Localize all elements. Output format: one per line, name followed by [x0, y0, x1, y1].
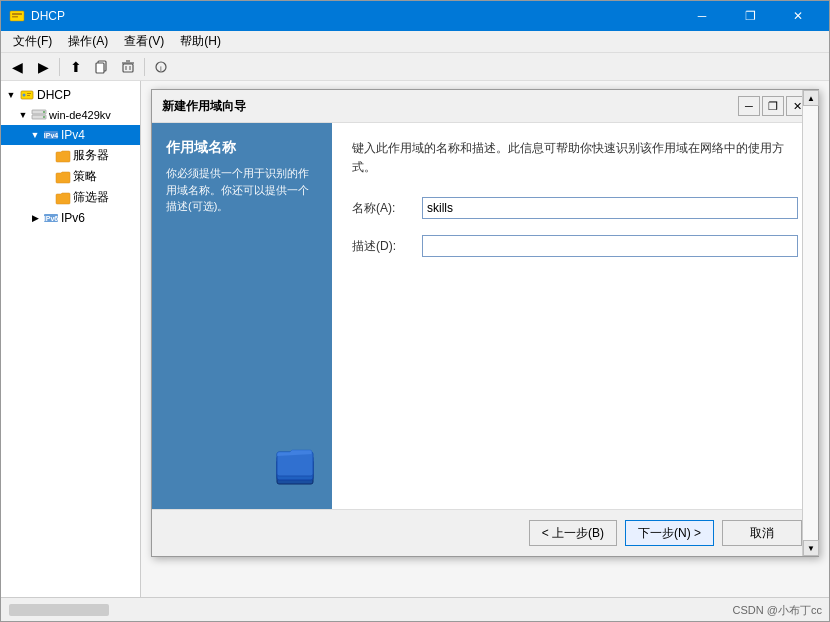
- status-bar: CSDN @小布丁cc: [1, 597, 829, 621]
- expand-ipv4-icon: ▼: [29, 129, 41, 141]
- svg-text:IPv6: IPv6: [44, 215, 59, 222]
- wizard-dialog: 新建作用域向导 ─ ❐ ✕ 作用域名称 你必须提供一个用于识别的作用域名称。你还…: [151, 89, 819, 557]
- copy-button[interactable]: [90, 56, 114, 78]
- wizard-section-title: 作用域名称: [166, 139, 318, 157]
- menu-action[interactable]: 操作(A): [60, 31, 116, 52]
- wizard-minimize-btn[interactable]: ─: [738, 96, 760, 116]
- server-node-icon: [31, 107, 47, 123]
- tree-item-ipv6[interactable]: ▶ IPv6 IPv6: [1, 208, 140, 228]
- status-right: CSDN @小布丁cc: [733, 603, 822, 618]
- wizard-title-bar: 新建作用域向导 ─ ❐ ✕: [152, 90, 818, 123]
- ipv6-label: IPv6: [61, 211, 85, 225]
- wizard-content: 键入此作用域的名称和描述。此信息可帮助你快速识别该作用域在网络中的使用方式。 名…: [332, 123, 818, 509]
- svg-rect-15: [27, 95, 30, 96]
- desc-input[interactable]: [422, 235, 798, 257]
- tree-panel: ▼ DHCP ▼: [1, 81, 141, 597]
- wizard-section-desc: 你必须提供一个用于识别的作用域名称。你还可以提供一个描述(可选)。: [166, 165, 318, 215]
- window-title: DHCP: [31, 9, 679, 23]
- expand-server-icon: ▼: [17, 109, 29, 121]
- expand-filter-icon: ▶: [41, 192, 53, 204]
- cancel-button[interactable]: 取消: [722, 520, 802, 546]
- svg-point-18: [43, 111, 45, 113]
- svg-rect-14: [27, 93, 31, 94]
- tree-item-dhcp[interactable]: ▼ DHCP: [1, 85, 140, 105]
- svg-point-13: [23, 94, 26, 97]
- dhcp-node-icon: [19, 87, 35, 103]
- tree-item-servers[interactable]: ▶ 服务器: [1, 145, 140, 166]
- app-icon: [9, 8, 25, 24]
- up-button[interactable]: ⬆: [64, 56, 88, 78]
- expand-ipv6-icon: ▶: [29, 212, 41, 224]
- svg-rect-4: [96, 63, 104, 73]
- title-bar: DHCP ─ ❐ ✕: [1, 1, 829, 31]
- next-button[interactable]: 下一步(N) >: [625, 520, 714, 546]
- back-button[interactable]: < 上一步(B): [529, 520, 617, 546]
- wizard-title-controls: ─ ❐ ✕: [738, 96, 808, 116]
- forward-button[interactable]: ▶: [31, 56, 55, 78]
- servers-label: 服务器: [73, 147, 109, 164]
- main-area: ▼ DHCP ▼: [1, 81, 829, 597]
- right-panel: 新建作用域向导 ─ ❐ ✕ 作用域名称 你必须提供一个用于识别的作用域名称。你还…: [141, 81, 829, 597]
- window-controls: ─ ❐ ✕: [679, 1, 821, 31]
- status-scroll[interactable]: [9, 604, 109, 616]
- wizard-scrollbar: ▲ ▼: [802, 123, 818, 509]
- ipv6-node-icon: IPv6: [43, 210, 59, 226]
- server-label: win-de429kv: [49, 109, 111, 121]
- policy-folder-icon: [55, 169, 71, 185]
- wizard-header-section: 作用域名称 你必须提供一个用于识别的作用域名称。你还可以提供一个描述(可选)。: [152, 123, 332, 509]
- svg-rect-2: [12, 16, 18, 18]
- name-label: 名称(A):: [352, 200, 422, 217]
- desc-form-row: 描述(D):: [352, 235, 798, 257]
- policy-label: 策略: [73, 168, 97, 185]
- menu-view[interactable]: 查看(V): [116, 31, 172, 52]
- expand-servers-icon: ▶: [41, 150, 53, 162]
- restore-button[interactable]: ❐: [727, 1, 773, 31]
- minimize-button[interactable]: ─: [679, 1, 725, 31]
- tree-item-policy[interactable]: ▶ 策略: [1, 166, 140, 187]
- wizard-header-icon: [272, 440, 322, 493]
- tree-item-filter[interactable]: ▶ 筛选器: [1, 187, 140, 208]
- wizard-body: 作用域名称 你必须提供一个用于识别的作用域名称。你还可以提供一个描述(可选)。: [152, 123, 818, 509]
- ipv4-node-icon: IPv4: [43, 127, 59, 143]
- svg-rect-1: [12, 13, 22, 15]
- tree-item-server[interactable]: ▼ win-de429kv: [1, 105, 140, 125]
- wizard-title: 新建作用域向导: [162, 98, 246, 115]
- menu-file[interactable]: 文件(F): [5, 31, 60, 52]
- main-window: DHCP ─ ❐ ✕ 文件(F) 操作(A) 查看(V) 帮助(H) ◀ ▶ ⬆: [0, 0, 830, 622]
- desc-label: 描述(D):: [352, 238, 422, 255]
- filter-folder-icon: [55, 190, 71, 206]
- svg-text:IPv4: IPv4: [44, 132, 59, 139]
- delete-button[interactable]: [116, 56, 140, 78]
- toolbar-separator-2: [144, 58, 145, 76]
- scroll-track: [803, 123, 818, 509]
- status-left: [9, 604, 821, 616]
- filter-label: 筛选器: [73, 189, 109, 206]
- toolbar-separator: [59, 58, 60, 76]
- ipv4-label: IPv4: [61, 128, 85, 142]
- name-input[interactable]: [422, 197, 798, 219]
- menu-help[interactable]: 帮助(H): [172, 31, 229, 52]
- wizard-restore-btn[interactable]: ❐: [762, 96, 784, 116]
- back-button[interactable]: ◀: [5, 56, 29, 78]
- wizard-content-desc: 键入此作用域的名称和描述。此信息可帮助你快速识别该作用域在网络中的使用方式。: [352, 139, 798, 177]
- toolbar: ◀ ▶ ⬆ i: [1, 53, 829, 81]
- wizard-footer: < 上一步(B) 下一步(N) > 取消: [152, 509, 818, 556]
- expand-dhcp-icon: ▼: [5, 89, 17, 101]
- svg-point-19: [43, 116, 45, 118]
- expand-policy-icon: ▶: [41, 171, 53, 183]
- properties-button[interactable]: i: [149, 56, 173, 78]
- servers-folder-icon: [55, 148, 71, 164]
- svg-rect-5: [123, 64, 133, 72]
- dhcp-label: DHCP: [37, 88, 71, 102]
- close-button[interactable]: ✕: [775, 1, 821, 31]
- menu-bar: 文件(F) 操作(A) 查看(V) 帮助(H): [1, 31, 829, 53]
- svg-text:i: i: [160, 64, 162, 73]
- name-form-row: 名称(A):: [352, 197, 798, 219]
- tree-item-ipv4[interactable]: ▼ IPv4 IPv4: [1, 125, 140, 145]
